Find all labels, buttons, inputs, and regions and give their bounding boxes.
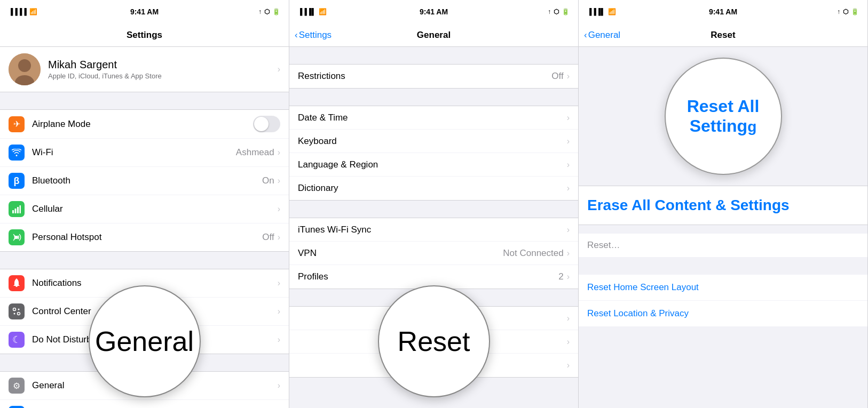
reset-location-row[interactable]: Reset Location & Privacy: [579, 301, 867, 326]
panel-reset: ▐▐▐▌ 📶 9:41 AM ↑ ⬡ 🔋 ‹ General Reset Res…: [579, 0, 868, 408]
keyboard-chevron: ›: [567, 137, 570, 146]
status-left-3: ▐▐▐▌ 📶: [587, 8, 616, 15]
magnifier-reset-text: Reset: [398, 325, 470, 357]
magnifier-reset-all: Reset All Settingg: [665, 58, 782, 175]
language-row[interactable]: Language & Region ›: [289, 153, 578, 177]
restrictions-value: Off: [551, 71, 563, 82]
signal-icon-1: ▐▐▐▐: [9, 8, 27, 15]
svg-point-11: [18, 309, 20, 310]
airplane-icon: ✈: [9, 116, 25, 132]
bluetooth-chevron: ›: [278, 176, 280, 186]
profiles-chevron: ›: [567, 272, 570, 282]
wifi-row[interactable]: Wi-Fi Ashmead ›: [0, 139, 289, 167]
profiles-label: Profiles: [298, 271, 558, 282]
bluetooth-icon-3: ⬡: [843, 8, 848, 15]
magnifier-reset-all-text: Reset All Settingg: [666, 97, 781, 136]
back-button-2[interactable]: ‹ Settings: [295, 30, 332, 41]
back-chevron-3: ‹: [584, 30, 587, 41]
reset-home-row[interactable]: Reset Home Screen Layout: [579, 275, 867, 301]
svg-rect-4: [15, 209, 17, 213]
airplane-toggle[interactable]: [253, 116, 280, 132]
cellular-chevron: ›: [278, 204, 280, 214]
datetime-row[interactable]: Date & Time ›: [289, 106, 578, 130]
bluetooth-row[interactable]: β Bluetooth On ›: [0, 167, 289, 195]
status-bar-3: ▐▐▐▌ 📶 9:41 AM ↑ ⬡ 🔋: [579, 0, 867, 23]
battery-icon-1: 🔋: [272, 8, 280, 15]
magnifier-reset: Reset: [378, 285, 490, 397]
dictionary-chevron: ›: [567, 183, 570, 193]
wifi-value: Ashmead: [236, 147, 274, 158]
language-chevron: ›: [567, 160, 570, 170]
connectivity-section: ✈ Airplane Mode Wi-Fi Ashmead: [0, 109, 289, 252]
datetime-label: Date & Time: [298, 113, 567, 123]
magnifier-general-text: General: [95, 325, 194, 357]
bluetooth-icon-2: ⬡: [554, 8, 559, 15]
profile-info: Mikah Sargent Apple ID, iCloud, iTunes &…: [48, 59, 278, 80]
dictionary-row[interactable]: Dictionary ›: [289, 177, 578, 200]
svg-rect-5: [17, 207, 19, 213]
separator-1a: [0, 92, 289, 101]
keyboard-label: Keyboard: [298, 136, 567, 147]
profile-chevron: ›: [278, 65, 280, 74]
hotspot-icon: [9, 229, 25, 245]
profiles-value: 2: [558, 271, 563, 282]
time-display-1: 9:41 AM: [130, 7, 159, 16]
vpn-row[interactable]: VPN Not Connected ›: [289, 242, 578, 265]
vpn-value: Not Connected: [503, 248, 563, 259]
extra-chevron-2: ›: [567, 337, 570, 347]
wifi-icon-2: 📶: [319, 8, 327, 15]
itunes-row[interactable]: iTunes Wi-Fi Sync ›: [289, 218, 578, 242]
back-button-3[interactable]: ‹ General: [584, 30, 620, 41]
display-row[interactable]: ☀ Display & Brightness ›: [0, 400, 289, 408]
extra-chevron-3: ›: [567, 361, 570, 370]
restrictions-section: Restrictions Off ›: [289, 64, 578, 89]
hotspot-value: Off: [262, 232, 274, 243]
airplane-mode-row[interactable]: ✈ Airplane Mode: [0, 110, 289, 139]
status-right-2: ↑ ⬡ 🔋: [548, 8, 570, 15]
cellular-row[interactable]: Cellular ›: [0, 195, 289, 223]
back-label-2: Settings: [299, 30, 332, 41]
wifi-chevron: ›: [278, 148, 280, 157]
datetime-chevron: ›: [567, 113, 570, 123]
back-chevron-2: ‹: [295, 30, 298, 41]
bluetooth-icon-1: ⬡: [264, 8, 270, 15]
profile-row[interactable]: Mikah Sargent Apple ID, iCloud, iTunes &…: [0, 47, 289, 92]
vpn-chevron: ›: [567, 249, 570, 258]
reset-all-settings-partial[interactable]: Reset…: [579, 234, 867, 258]
status-right-1: ↑ ⬡ 🔋: [258, 8, 280, 15]
sep-2: [289, 89, 578, 97]
separator-1b: [0, 252, 289, 260]
avatar: [9, 53, 41, 85]
profile-subtitle: Apple ID, iCloud, iTunes & App Store: [48, 72, 278, 80]
wifi-label: Wi-Fi: [32, 147, 236, 158]
display-icon: ☀: [9, 406, 25, 408]
vpn-label: VPN: [298, 248, 503, 259]
erase-all-content-row[interactable]: Erase All Content & Settings: [579, 186, 867, 225]
sep-r2: [579, 326, 867, 335]
magnifier-container-3: Reset All Settingg: [579, 47, 867, 186]
status-left-1: ▐▐▐▐ 📶: [9, 8, 37, 15]
nav-bar-3: ‹ General Reset: [579, 23, 867, 47]
hotspot-row[interactable]: Personal Hotspot Off ›: [0, 223, 289, 251]
sep-r1: [579, 258, 867, 266]
svg-point-1: [18, 59, 31, 72]
dnd-icon: ☾: [9, 332, 25, 348]
nav-title-3: Reset: [711, 30, 735, 41]
bottom-space: [579, 335, 867, 388]
reset-location-label: Reset Location & Privacy: [587, 308, 689, 318]
reset-partial-label: Reset…: [587, 240, 620, 250]
svg-point-10: [14, 313, 15, 315]
control-center-icon: [9, 303, 25, 319]
notifications-icon: [9, 275, 25, 291]
restrictions-row[interactable]: Restrictions Off ›: [289, 65, 578, 88]
svg-rect-6: [20, 205, 21, 213]
hotspot-label: Personal Hotspot: [32, 232, 262, 243]
battery-icon-2: 🔋: [562, 8, 570, 15]
location-icon-1: ↑: [258, 8, 262, 15]
sep-3: [289, 201, 578, 209]
restrictions-chevron: ›: [567, 71, 570, 81]
status-left-2: ▐▐▐▌ 📶: [298, 8, 327, 15]
keyboard-row[interactable]: Keyboard ›: [289, 130, 578, 153]
panel-settings: ▐▐▐▐ 📶 9:41 AM ↑ ⬡ 🔋 Settings Mikah Sarg…: [0, 0, 289, 408]
nav-bar-2: ‹ Settings General: [289, 23, 578, 47]
